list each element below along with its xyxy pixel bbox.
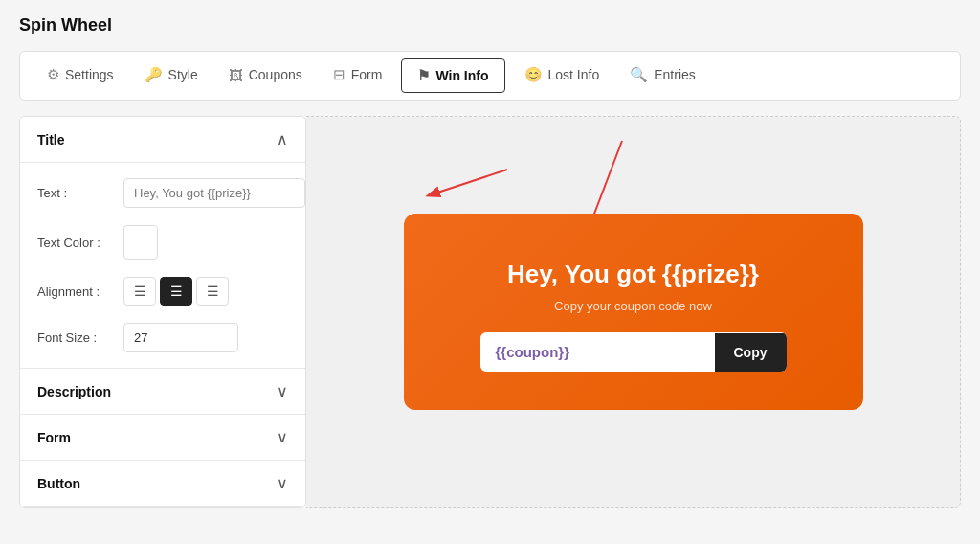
tab-bar: ⚙ Settings 🔑 Style 🖼 Coupons ⊟ Form ⚑ Wi…	[19, 51, 961, 101]
coupon-code: {{coupon}}	[480, 332, 715, 372]
tab-lost-info[interactable]: 😊 Lost Info	[509, 52, 615, 100]
text-field-row: Text :	[37, 178, 288, 208]
text-label: Text :	[37, 186, 114, 200]
win-info-icon: ⚑	[417, 67, 430, 84]
style-icon: 🔑	[145, 66, 163, 83]
text-input[interactable]	[123, 178, 305, 208]
font-size-row: Font Size :	[37, 323, 288, 352]
section-description-header[interactable]: Description ∨	[20, 369, 305, 415]
section-title-header[interactable]: Title ∧	[20, 117, 305, 163]
font-size-input[interactable]	[123, 323, 238, 352]
form-icon: ⊟	[333, 66, 345, 83]
chevron-up-icon: ∧	[277, 130, 288, 148]
alignment-row: Alignment : ☰ ☰ ☰	[37, 277, 288, 306]
section-form-header[interactable]: Form ∨	[20, 415, 305, 461]
text-color-row: Text Color :	[37, 225, 288, 260]
alignment-group: ☰ ☰ ☰	[123, 277, 229, 306]
preview-card: Hey, You got {{prize}} Copy your coupon …	[404, 214, 863, 410]
preview-card-title: Hey, You got {{prize}}	[461, 260, 806, 289]
main-content: Title ∧ Text : Text Color : Alignment :	[19, 116, 961, 508]
section-button-header[interactable]: Button ∨	[20, 461, 305, 507]
alignment-label: Alignment :	[37, 284, 114, 299]
chevron-down-icon-desc: ∨	[277, 382, 288, 400]
entries-icon: 🔍	[630, 66, 648, 83]
align-center-button[interactable]: ☰	[160, 277, 192, 306]
coupons-icon: 🖼	[229, 67, 243, 83]
right-panel: Hey, You got {{prize}} Copy your coupon …	[306, 116, 961, 508]
font-size-label: Font Size :	[37, 330, 114, 345]
title-section-body: Text : Text Color : Alignment : ☰ ☰ ☰	[20, 163, 305, 369]
page-wrapper: Spin Wheel ⚙ Settings 🔑 Style 🖼 Coupons …	[0, 0, 980, 544]
tab-win-info[interactable]: ⚑ Win Info	[401, 58, 504, 93]
left-panel: Title ∧ Text : Text Color : Alignment :	[19, 116, 306, 508]
coupon-row: {{coupon}} Copy	[480, 332, 787, 372]
tab-settings[interactable]: ⚙ Settings	[32, 52, 129, 100]
lost-info-icon: 😊	[524, 66, 543, 83]
tab-coupons[interactable]: 🖼 Coupons	[213, 52, 318, 100]
text-color-label: Text Color :	[37, 236, 114, 250]
tab-entries[interactable]: 🔍 Entries	[614, 52, 711, 100]
svg-line-0	[429, 170, 507, 195]
tab-style[interactable]: 🔑 Style	[129, 52, 213, 100]
copy-button[interactable]: Copy	[715, 333, 787, 372]
align-right-button[interactable]: ☰	[196, 277, 229, 306]
chevron-down-icon-form: ∨	[277, 428, 288, 446]
chevron-down-icon-btn: ∨	[277, 474, 288, 492]
text-color-picker[interactable]	[123, 225, 158, 260]
page-title: Spin Wheel	[19, 15, 961, 35]
settings-icon: ⚙	[47, 66, 59, 83]
tab-form[interactable]: ⊟ Form	[318, 52, 398, 100]
preview-card-subtitle: Copy your coupon code now	[461, 299, 806, 313]
align-left-button[interactable]: ☰	[123, 277, 156, 306]
